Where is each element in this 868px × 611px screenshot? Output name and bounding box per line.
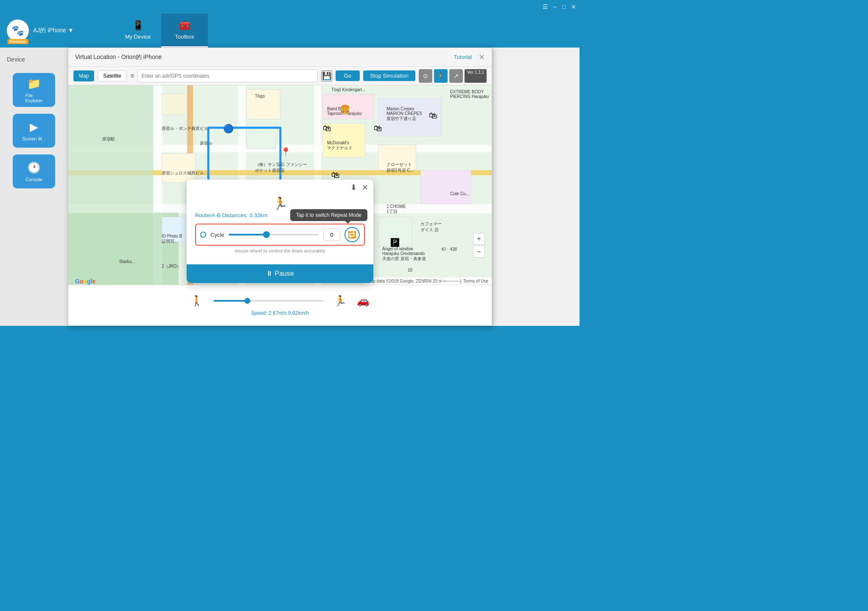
menu-button[interactable]: ☰ — [543, 3, 548, 10]
nav-tab-my-device-label: My Device — [125, 34, 151, 40]
list-icon: ≡ — [130, 72, 134, 80]
cycle-radio[interactable] — [200, 232, 206, 238]
close-float-panel-button[interactable]: ✕ — [362, 183, 368, 192]
poi-shopping1: 🛍 — [323, 123, 331, 133]
vl-titlebar: Virtual Location - Orion的 iPhone Tutoria… — [68, 48, 492, 67]
speed-mode-icons: 🚶 🏃 🚗 — [190, 295, 370, 307]
map-controls-bar: Map Satellite ≡ 💾 Go Stop Simulation ⊙ 🚶… — [68, 67, 492, 85]
map-label-10: 10 — [408, 268, 412, 272]
vl-close-button[interactable]: ✕ — [479, 53, 485, 62]
map-label-cute: Cute Cu... — [450, 191, 469, 196]
app-header: 🐾 Premium AJ的 iPhone ▼ 📱 My Device 🧰 Too… — [0, 14, 580, 48]
map-view-button[interactable]: Map — [73, 70, 94, 81]
app-logo: 🐾 Premium — [7, 20, 29, 42]
poi-location-pin: 📍 — [280, 147, 291, 157]
speed-text: Speed: 2.67m/s 9.62km/h — [251, 310, 309, 316]
map-label-sanho: （株）サン宝石 ファンシーポケット原宿店 — [255, 162, 307, 174]
map-label-mcdonalds: McDonald'sマクドナルド — [327, 140, 353, 151]
device-name[interactable]: AJ的 iPhone ▼ — [33, 27, 74, 34]
walk-mode-button[interactable]: 🚶 — [434, 69, 448, 83]
save-coord-button[interactable]: 💾 — [321, 70, 332, 81]
map-label-harajuku-sta: 原宿駅 — [102, 136, 115, 142]
google-logo: Google — [75, 278, 95, 285]
zoom-in-button[interactable]: + — [473, 233, 485, 245]
speed-bar: 🚶 🏃 🚗 Speed: 2.67m/s 9.62km/h — [68, 285, 492, 325]
title-bar-controls: ☰ ─ □ ✕ — [543, 3, 576, 10]
run-speed-icon[interactable]: 🏃 — [334, 295, 347, 307]
float-panel-body: 🏃 Route/A-B Distances: 0.32km Cycle — [187, 192, 373, 264]
main-area: Device 📁 FileExplorer ▶ Screen M... 🕐 Co… — [0, 48, 580, 326]
nav-tabs: 📱 My Device 🧰 Toolbox — [115, 14, 208, 48]
logo-area: 🐾 Premium AJ的 iPhone ▼ — [0, 20, 115, 42]
route-distance: Route/A-B Distances: 0.32km — [195, 212, 365, 219]
map-label-idphoto: ID Photo B証明写... — [162, 234, 182, 244]
version-badge: Ver 1.3.1 — [465, 69, 487, 83]
drive-speed-icon[interactable]: 🚗 — [357, 295, 370, 307]
running-icon: 🏃 — [195, 196, 365, 210]
pause-button[interactable]: ⏸ Pause — [187, 264, 373, 283]
speed-slider-thumb — [244, 298, 250, 304]
toolbox-icon: 🧰 — [179, 20, 190, 31]
map-label-extreme: EXTREME BODYPIERCING Harajuku — [450, 90, 489, 99]
poi-shopping4: 🛍 — [331, 170, 340, 180]
map-label-marion: Marion CrepesMARION CREPES原宿竹下通り店 — [386, 107, 422, 122]
sidebar-item-console-label: Console — [25, 177, 42, 182]
nav-tab-toolbox[interactable]: 🧰 Toolbox — [161, 14, 208, 48]
download-route-button[interactable]: ⬇ — [350, 183, 357, 192]
close-button[interactable]: ✕ — [571, 3, 576, 10]
map-label-togo: Tōgo — [255, 94, 265, 98]
nav-tab-my-device[interactable]: 📱 My Device — [115, 14, 161, 48]
maximize-button[interactable]: □ — [563, 3, 566, 10]
satellite-view-button[interactable]: Satellite — [98, 70, 127, 81]
cycle-slider[interactable] — [229, 234, 319, 235]
walk-speed-icon[interactable]: 🚶 — [190, 295, 203, 307]
vl-title: Virtual Location - Orion的 iPhone — [75, 53, 162, 61]
cycle-repeat-button[interactable]: 🔁 Tap it to switch Repeat Mode — [344, 227, 360, 242]
sidebar-item-screen-mirror-label: Screen M... — [22, 136, 46, 141]
premium-badge: Premium — [8, 39, 28, 44]
map-area[interactable]: Tōgo Tōqō Kindergart... 原宿ル・ポンテ義宣ビル 原宿シュ… — [68, 85, 492, 325]
sidebar-item-screen-mirror[interactable]: ▶ Screen M... — [13, 114, 55, 148]
float-panel: ⬇ ✕ 🏃 Route/A-B Distances: 0.32km Cycle — [187, 179, 373, 283]
cycle-slider-thumb — [263, 231, 270, 238]
map-label-starbucks: Starbu... — [119, 259, 135, 264]
route-mode-button[interactable]: ↗ — [449, 69, 463, 83]
vl-tutorial-link[interactable]: Tutorial — [454, 54, 472, 60]
map-background: Tōgo Tōqō Kindergart... 原宿ル・ポンテ義宣ビル 原宿シュ… — [68, 85, 492, 325]
cycle-count: 0 — [323, 229, 340, 241]
vl-titlebar-right: Tutorial ✕ — [454, 53, 485, 62]
sidebar-title: Device — [0, 56, 25, 63]
console-icon: 🕐 — [27, 161, 41, 174]
speed-slider[interactable] — [213, 300, 324, 302]
speed-value: 2.67m/s 9.62km/h — [269, 310, 309, 316]
coord-input[interactable] — [137, 70, 317, 82]
cycle-row: Cycle 0 🔁 Tap it to switch Repeat Mode — [195, 224, 365, 246]
map-label-harajuku-rl: 原宿ル — [200, 140, 213, 146]
map-zoom-buttons: + − — [473, 233, 485, 258]
sidebar-item-file-explorer[interactable]: 📁 FileExplorer — [13, 73, 55, 107]
stop-simulation-button[interactable]: Stop Simulation — [363, 70, 415, 81]
map-label-togo-kinder: Tōqō Kindergart... — [331, 87, 365, 92]
poi-food: 🍔 — [340, 104, 350, 115]
route-distance-label: Route/A-B Distances: — [195, 212, 248, 219]
location-center-button[interactable]: ⊙ — [419, 69, 432, 83]
speed-slider-fill — [213, 300, 246, 302]
title-bar: ☰ ─ □ ✕ — [0, 0, 580, 14]
map-label-cafe: カフェマーダイス 店 — [420, 221, 442, 233]
route-distance-value: 0.32km — [249, 212, 268, 219]
sidebar-item-console[interactable]: 🕐 Console — [13, 154, 55, 188]
map-label-ki438: KI・438 — [442, 247, 457, 252]
screen-mirror-icon: ▶ — [30, 121, 38, 134]
cycle-slider-fill — [229, 234, 265, 235]
poi-blue-circle: 🔵 — [223, 123, 234, 134]
map-label-harajuku-bldg: 原宿ル・ポンテ義宣ビル — [162, 126, 208, 132]
cycle-label: Cycle — [210, 232, 224, 238]
float-panel-header: ⬇ ✕ — [187, 179, 373, 192]
map-label-closet: クローゼット原宿1号店 C... — [386, 162, 414, 174]
poi-shopping3: 🛍 — [429, 111, 437, 121]
file-explorer-icon: 📁 — [27, 77, 41, 90]
go-button[interactable]: Go — [336, 70, 360, 81]
minimize-button[interactable]: ─ — [553, 3, 557, 10]
map-icon-buttons: ⊙ 🚶 ↗ Ver 1.3.1 — [419, 69, 487, 83]
zoom-out-button[interactable]: − — [473, 246, 485, 258]
